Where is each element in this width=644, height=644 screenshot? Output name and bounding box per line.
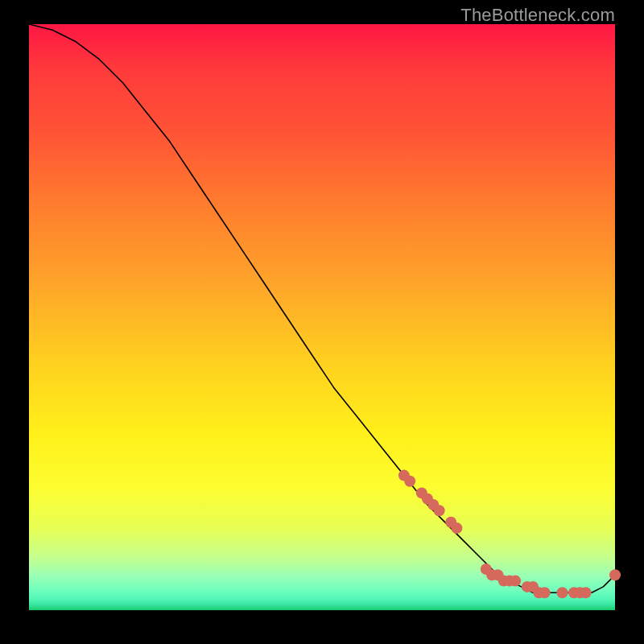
highlight-dot [539,587,551,598]
chart-overlay [29,24,615,610]
bottleneck-curve-line [29,24,615,592]
highlight-dot [557,587,568,598]
highlight-dot [434,505,445,516]
highlight-dot [404,476,415,487]
watermark-text: TheBottleneck.com [460,5,615,26]
highlight-dots-group [398,470,621,599]
chart-frame: TheBottleneck.com [0,0,644,644]
highlight-dot [451,522,462,534]
plot-area [29,24,615,610]
highlight-dot [510,576,521,587]
highlight-dot [609,569,621,580]
highlight-dot [580,587,592,598]
